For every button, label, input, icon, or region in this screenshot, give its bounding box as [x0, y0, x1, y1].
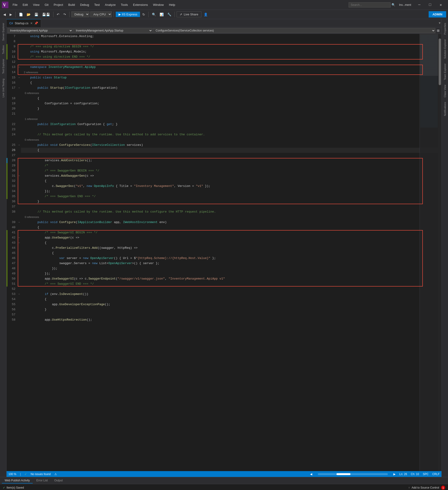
diagnostic-button[interactable]: 🔧 — [166, 12, 173, 17]
nav-split-button[interactable]: ⊞ — [436, 28, 440, 33]
collapse-16[interactable] — [17, 80, 21, 85]
menu-test[interactable]: Test — [92, 2, 102, 8]
sidebar-tab-solution-explorer[interactable]: Solution Explorer — [443, 37, 447, 61]
collapse-27[interactable] — [17, 153, 21, 158]
collapse-54[interactable] — [17, 297, 21, 302]
sidebar-tab-toolbox[interactable]: Toolbox — [1, 44, 6, 56]
menu-analyze[interactable]: Analyze — [102, 2, 118, 8]
minimize-button[interactable]: ─ — [414, 1, 425, 9]
method-dropdown[interactable]: ConfigureServices(IServiceCollection ser… — [153, 28, 435, 33]
collapse-58[interactable] — [17, 317, 21, 323]
refresh-button[interactable]: ↻ — [141, 12, 147, 17]
collapse-9[interactable] — [17, 44, 21, 49]
performance-button[interactable]: 📊 — [158, 12, 165, 17]
collapse-26[interactable] — [17, 148, 21, 153]
sidebar-tab-class-view[interactable]: Class View — [443, 83, 447, 99]
collapse-23[interactable] — [17, 127, 21, 132]
forward-button[interactable]: ▶ — [8, 12, 14, 17]
menu-view[interactable]: View — [31, 2, 42, 8]
code-content-area[interactable]: 7 using Microsoft.Extensions.Hosting; 8 — [7, 34, 441, 471]
save-button[interactable]: 💾 — [33, 12, 40, 17]
tab-web-publish[interactable]: Web Publish Activity — [2, 478, 33, 483]
scroll-right-button[interactable]: ▶ — [393, 472, 395, 476]
collapse-43[interactable]: − — [17, 240, 21, 245]
scroll-thumb[interactable] — [439, 38, 441, 85]
open-file-button[interactable]: 📂 — [25, 12, 32, 17]
collapse-55[interactable] — [17, 302, 21, 307]
collapse-13[interactable]: − — [17, 65, 21, 70]
namespace-dropdown[interactable]: InventoryManagement.ApiApp — [8, 28, 73, 33]
redo-button[interactable]: ↷ — [62, 12, 67, 17]
undo-button[interactable]: ↶ — [55, 12, 61, 17]
sidebar-tab-properties[interactable]: Properties — [443, 21, 447, 36]
scroll-left-button[interactable]: ◀ — [310, 472, 312, 476]
tab-close-button[interactable]: × — [30, 21, 32, 26]
collapse-48[interactable] — [17, 266, 21, 271]
menu-file[interactable]: File — [10, 2, 20, 8]
sidebar-tab-notifications[interactable]: Notifications — [443, 100, 447, 118]
collapse-56[interactable] — [17, 307, 21, 312]
collapse-37[interactable] — [17, 204, 21, 209]
collapse-31[interactable]: − — [17, 173, 21, 178]
zoom-level[interactable]: 100 % — [9, 472, 16, 476]
back-button[interactable]: ◀ — [2, 12, 7, 17]
tab-overflow-button[interactable]: ▼ — [438, 19, 441, 27]
collapse-57[interactable] — [17, 312, 21, 317]
collapse-36[interactable] — [17, 199, 21, 204]
collapse-30[interactable] — [17, 168, 21, 173]
h-scroll-thumb[interactable] — [336, 473, 351, 475]
platform-dropdown[interactable]: Any CPU — [90, 11, 112, 17]
collapse-25[interactable]: − — [17, 143, 21, 148]
menu-project[interactable]: Project — [51, 2, 65, 8]
collapse-45[interactable] — [17, 251, 21, 256]
collapse-41[interactable] — [17, 230, 21, 235]
collapse-19[interactable] — [17, 101, 21, 106]
menu-help[interactable]: Help — [167, 2, 177, 8]
save-all-button[interactable]: 💾💾 — [41, 12, 51, 17]
live-share-button[interactable]: ⇗ Live Share — [177, 11, 201, 17]
debug-mode-dropdown[interactable]: Debug — [71, 11, 89, 17]
tab-output[interactable]: Output — [52, 478, 66, 483]
collapse-28[interactable] — [17, 158, 21, 163]
collapse-10[interactable] — [17, 49, 21, 54]
collapse-52[interactable] — [17, 287, 21, 292]
menu-extensions[interactable]: Extensions — [131, 2, 150, 8]
menu-build[interactable]: Build — [66, 2, 77, 8]
tab-error-list[interactable]: Error List — [34, 478, 51, 483]
close-button[interactable]: ✕ — [435, 1, 446, 9]
sidebar-tab-test-explorer[interactable]: Test Explorer — [1, 57, 6, 76]
collapse-53[interactable]: − — [17, 292, 21, 297]
collapse-42[interactable]: − — [17, 235, 21, 240]
collapse-22[interactable] — [17, 122, 21, 127]
maximize-button[interactable]: □ — [425, 1, 435, 9]
collapse-50[interactable] — [17, 276, 21, 281]
sidebar-tab-live-unit[interactable]: Live Unit Testing — [1, 77, 6, 99]
collapse-14[interactable] — [17, 70, 21, 75]
collapse-35[interactable] — [17, 194, 21, 199]
collapse-51[interactable] — [17, 281, 21, 287]
collapse-34[interactable] — [17, 189, 21, 194]
collapse-20[interactable] — [17, 106, 21, 111]
sidebar-tab-server-explorer[interactable]: Server Explorer — [1, 21, 6, 43]
collapse-21[interactable] — [17, 111, 21, 116]
collapse-32[interactable] — [17, 178, 21, 184]
menu-edit[interactable]: Edit — [20, 2, 30, 8]
class-dropdown[interactable]: InventoryManagement.ApiApp.Startup — [73, 28, 153, 33]
run-button[interactable]: ▶ IIS Express — [116, 12, 140, 17]
new-file-button[interactable]: 📄 — [18, 12, 24, 17]
collapse-12[interactable] — [17, 60, 21, 65]
collapse-44[interactable] — [17, 245, 21, 251]
horizontal-scrollbar[interactable] — [318, 473, 388, 475]
menu-git[interactable]: Git — [42, 2, 51, 8]
admin-button[interactable]: ADMIN — [429, 11, 446, 18]
title-search-input[interactable] — [349, 2, 391, 8]
collapse-40[interactable] — [17, 225, 21, 230]
menu-window[interactable]: Window — [151, 2, 166, 8]
collapse-29[interactable] — [17, 163, 21, 168]
collapse-17[interactable]: − — [17, 85, 21, 90]
source-control-label[interactable]: Add to Source Control — [412, 486, 439, 489]
collapse-49[interactable] — [17, 271, 21, 276]
collapse-8[interactable] — [17, 39, 21, 44]
collapse-11[interactable] — [17, 54, 21, 60]
menu-tools[interactable]: Tools — [119, 2, 130, 8]
